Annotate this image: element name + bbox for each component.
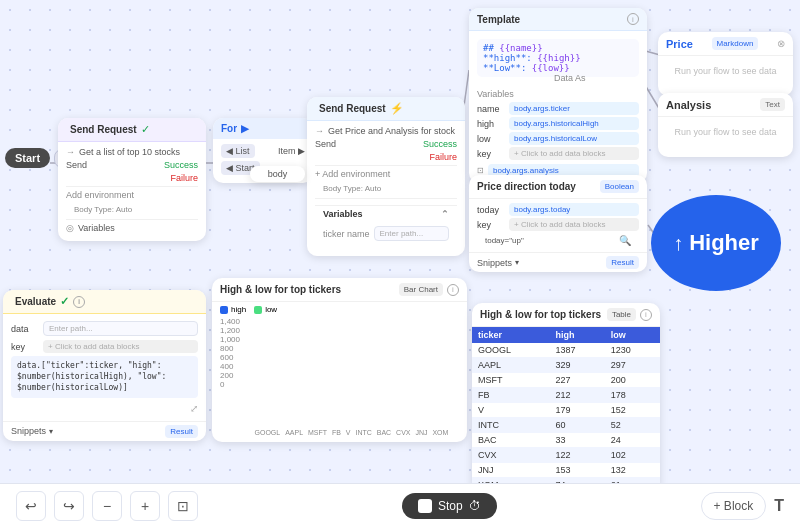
- for-arrow: ▶: [241, 123, 249, 134]
- var-high-value[interactable]: body.args.historicalHigh: [509, 117, 639, 130]
- x-label-INTC: INTC: [355, 429, 371, 436]
- table-node: High & low for top tickers Table i ticke…: [472, 303, 660, 483]
- fit-button[interactable]: ⊡: [168, 491, 198, 521]
- vars-expand-2: Variables ⌃ ticker name Enter path...: [315, 202, 457, 251]
- var-low-label: low: [477, 134, 505, 144]
- table-row: FB212178: [472, 388, 660, 403]
- send-request-1-header: Send Request ✓: [58, 118, 206, 142]
- ticker-name-label: ticker name: [323, 229, 370, 239]
- table-cell-4-1: 179: [550, 403, 605, 418]
- chart-info-icon[interactable]: i: [447, 284, 459, 296]
- add-env-1[interactable]: Add environment: [66, 190, 134, 200]
- table-cell-2-2: 200: [605, 373, 660, 388]
- col-header-ticker: ticker: [472, 327, 550, 343]
- eval-status-icon: ✓: [60, 295, 69, 308]
- variables-label-1: ◎: [66, 223, 74, 233]
- table-info-icon[interactable]: i: [640, 309, 652, 321]
- table-row: V179152: [472, 403, 660, 418]
- redo-button[interactable]: ↪: [54, 491, 84, 521]
- table-cell-7-1: 122: [550, 448, 605, 463]
- failure-1: Failure: [170, 173, 198, 183]
- table-cell-6-0: BAC: [472, 433, 550, 448]
- table-cell-4-2: 152: [605, 403, 660, 418]
- table-cell-2-0: MSFT: [472, 373, 550, 388]
- x-label-BAC: BAC: [377, 429, 391, 436]
- x-label-CVX: CVX: [396, 429, 410, 436]
- add-block-button[interactable]: + Block: [701, 492, 767, 520]
- var-name-value[interactable]: body.args.ticker: [509, 102, 639, 115]
- table-row: JNJ153132: [472, 463, 660, 478]
- evaluate-header: Evaluate ✓ i: [3, 290, 206, 314]
- for-title: For: [221, 123, 237, 134]
- evaluate-node: Evaluate ✓ i data Enter path... key + Cl…: [3, 290, 206, 441]
- template-header: Template i: [469, 8, 647, 31]
- text-button[interactable]: T: [774, 497, 784, 515]
- eval-key-add[interactable]: + Click to add data blocks: [43, 340, 198, 353]
- template-code: ## {{name}} **high**: {{high}} **Low**: …: [477, 39, 639, 77]
- analysis-title: Analysis: [666, 99, 711, 111]
- today-value[interactable]: body.args.today: [509, 203, 639, 216]
- price-close-icon[interactable]: ⊗: [777, 38, 785, 49]
- table-row: GOOGL13871230: [472, 343, 660, 358]
- snippets-btn-pd[interactable]: Snippets ▾: [477, 258, 519, 268]
- x-label-AAPL: AAPL: [285, 429, 303, 436]
- var-low-value[interactable]: body.args.historicalLow: [509, 132, 639, 145]
- key-add-pd[interactable]: + Click to add data blocks: [509, 218, 639, 231]
- table-row: CVX122102: [472, 448, 660, 463]
- price-direction-node: Price direction today Boolean today body…: [469, 175, 647, 272]
- stop-button[interactable]: Stop ⏱: [402, 493, 497, 519]
- chevron-down-icon-pd: ▾: [515, 258, 519, 267]
- key-label-pd: key: [477, 220, 505, 230]
- start-label[interactable]: Start: [5, 148, 50, 168]
- eval-data-input[interactable]: Enter path...: [43, 321, 198, 336]
- toolbar-left: ↩ ↪ − + ⊡: [16, 491, 198, 521]
- table-type-tag: Table: [607, 308, 636, 321]
- table-header: High & low for top tickers Table i: [472, 303, 660, 327]
- template-info-icon[interactable]: i: [627, 13, 639, 25]
- eval-key-label: key: [11, 342, 39, 352]
- table-cell-6-1: 33: [550, 433, 605, 448]
- table-cell-3-1: 212: [550, 388, 605, 403]
- x-label-XOM: XOM: [432, 429, 448, 436]
- table-cell-3-0: FB: [472, 388, 550, 403]
- snippets-btn-eval[interactable]: Snippets ▾: [11, 426, 53, 436]
- ticker-input[interactable]: Enter path...: [374, 226, 449, 241]
- toolbar-right: + Block T: [701, 492, 784, 520]
- undo-button[interactable]: ↩: [16, 491, 46, 521]
- data-as-label: Data As: [554, 73, 586, 83]
- vars-section-title: Variables: [477, 89, 639, 99]
- send-request-1-status-icon: ✓: [141, 123, 150, 136]
- data-table: tickerhighlowGOOGL13871230AAPL329297MSFT…: [472, 327, 660, 483]
- stop-icon: [418, 499, 432, 513]
- body-type-1: Body Type: Auto: [66, 203, 198, 216]
- send-request-1-title: Send Request: [70, 124, 137, 135]
- x-label-GOOGL: GOOGL: [255, 429, 281, 436]
- table-cell-0-2: 1230: [605, 343, 660, 358]
- result-tag-pd[interactable]: Result: [606, 256, 639, 269]
- canvas[interactable]: Start Aa Send Request ✓ → Get a list of …: [0, 0, 800, 483]
- add-env-2[interactable]: + Add environment: [315, 169, 390, 179]
- zoom-in-button[interactable]: +: [130, 491, 160, 521]
- vars-label-2: Variables: [323, 209, 363, 219]
- eval-code: data.["ticker":ticker, "high": $number(h…: [11, 356, 198, 398]
- body-type-2: Body Type: Auto: [315, 182, 457, 195]
- send-request-1-subtitle: Get a list of top 10 stocks: [79, 147, 180, 157]
- higher-circle: ↑ Higher: [651, 195, 781, 291]
- var-key-add[interactable]: + Click to add data blocks: [509, 147, 639, 160]
- toolbar: ↩ ↪ − + ⊡ Stop ⏱ + Block T: [0, 483, 800, 527]
- send-label-2: Send: [315, 139, 336, 149]
- zoom-out-button[interactable]: −: [92, 491, 122, 521]
- send-request-2-status-icon: ⚡: [390, 102, 404, 115]
- col-header-high: high: [550, 327, 605, 343]
- table-cell-1-0: AAPL: [472, 358, 550, 373]
- eval-title-text: Evaluate: [15, 296, 56, 307]
- for-list: ◀ List: [221, 144, 255, 158]
- price-dir-title: Price direction today: [477, 181, 576, 192]
- x-label-JNJ: JNJ: [415, 429, 427, 436]
- x-label-FB: FB: [332, 429, 341, 436]
- table-row: BAC3324: [472, 433, 660, 448]
- today-up-value: today="up": [485, 236, 524, 245]
- send-request-2-node: Send Request ⚡ → Get Price and Analysis …: [307, 97, 465, 256]
- result-tag-eval[interactable]: Result: [165, 425, 198, 438]
- eval-info-icon[interactable]: i: [73, 296, 85, 308]
